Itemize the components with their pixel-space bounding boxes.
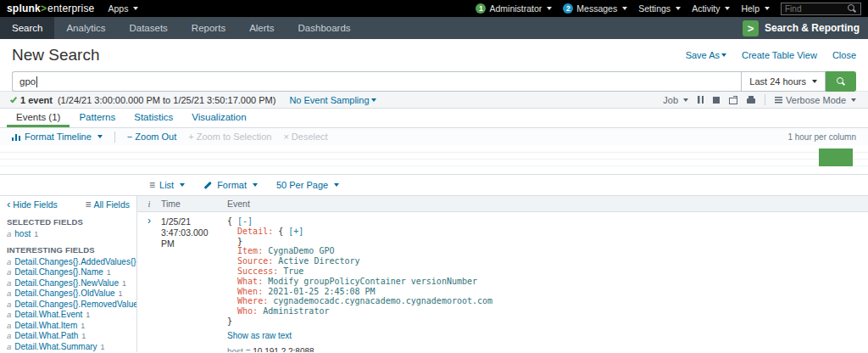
field-type: a: [7, 310, 11, 319]
field-item[interactable]: aDetail.Changes{}.OldValue1: [0, 289, 136, 300]
app-tab-datasets[interactable]: Datasets: [117, 17, 179, 39]
field-name[interactable]: Detail.Changes{}.Name: [14, 267, 103, 277]
search-query-input[interactable]: gpo: [12, 71, 741, 92]
close-button[interactable]: Close: [832, 50, 856, 60]
settings-menu[interactable]: Settings: [638, 3, 681, 14]
event-json: { [-] Detail: { [+] } Item: CygnaDemo GP…: [227, 216, 868, 327]
app-brand[interactable]: > Search & Reporting: [743, 17, 868, 39]
search-button[interactable]: [826, 71, 856, 92]
field-name[interactable]: Detail.Changes{}.NewValue: [14, 278, 119, 288]
format-menu[interactable]: Format: [203, 180, 258, 190]
zoom-out-button[interactable]: − Zoom Out: [127, 132, 176, 142]
app-tab-reports[interactable]: Reports: [180, 17, 237, 39]
result-tab-visualization[interactable]: Visualization: [182, 109, 255, 127]
json-expand-toggle[interactable]: [+]: [288, 227, 303, 236]
field-name[interactable]: Detail.What.Event: [14, 310, 82, 319]
activity-menu[interactable]: Activity: [692, 3, 730, 14]
logo-enterprise-text: enterprise: [47, 3, 94, 14]
field-type: a: [7, 257, 11, 266]
find-box[interactable]: [781, 3, 861, 15]
field-item[interactable]: aDetail.Changes{}.NewValue1: [0, 278, 136, 289]
field-name[interactable]: Detail.What.Path: [14, 331, 78, 340]
caret-down-icon: [253, 183, 258, 187]
json-line: }: [227, 317, 868, 327]
field-count: 1: [119, 289, 123, 298]
json-punct: [227, 256, 237, 266]
selected-fields-list: ahost1: [0, 229, 136, 240]
field-item[interactable]: aDetail.What.Event1: [0, 310, 136, 321]
field-name[interactable]: Detail.What.Item: [14, 321, 77, 330]
top-bar: splunk > enterprise Apps 1 Administrator…: [0, 0, 868, 17]
job-menu[interactable]: Job: [663, 95, 688, 105]
create-table-view-button[interactable]: Create Table View: [742, 50, 817, 60]
result-tab-patterns[interactable]: Patterns: [70, 109, 125, 127]
field-type: a: [7, 321, 11, 330]
field-name[interactable]: Detail.What.Summary: [14, 342, 97, 351]
json-value: Modify groupPolicyContainer versionNumbe…: [268, 277, 477, 286]
pause-job-button[interactable]: [698, 96, 704, 104]
user-menu[interactable]: 1 Administrator: [476, 3, 552, 14]
field-name[interactable]: Detail.Changes{}.AddedValues{}: [14, 257, 136, 266]
field-type: a: [7, 267, 11, 277]
field-item[interactable]: aDetail.Changes{}.Name1: [0, 267, 136, 278]
field-item[interactable]: aDetail.What.Summary1: [0, 342, 136, 353]
field-count: 1: [122, 279, 126, 288]
find-input[interactable]: [785, 4, 844, 14]
search-time-span: (1/24/21 3:00:00.000 PM to 1/25/21 3:50:…: [58, 95, 275, 105]
app-tab-search[interactable]: Search: [0, 17, 54, 39]
field-item[interactable]: aDetail.What.Item1: [0, 321, 136, 332]
field-count: 1: [81, 322, 85, 330]
help-menu[interactable]: Help: [741, 3, 770, 14]
job-success-check-icon: [10, 95, 17, 103]
timeline-bar[interactable]: [819, 148, 853, 166]
app-tab-analytics[interactable]: Analytics: [54, 17, 117, 39]
splunk-logo[interactable]: splunk > enterprise: [7, 3, 94, 14]
pause-icon: [698, 96, 704, 104]
json-key: Who:: [237, 306, 258, 316]
save-as-button[interactable]: Save As: [686, 50, 726, 60]
job-controls: Job Verbose Mode: [663, 94, 856, 105]
result-tab-events-1[interactable]: Events (1): [7, 109, 70, 127]
messages-menu[interactable]: 2 Messages: [563, 3, 627, 14]
field-name[interactable]: Detail.Changes{}.RemovedValues{}: [14, 300, 136, 309]
time-range-picker[interactable]: Last 24 hours: [741, 71, 826, 92]
app-tab-dashboards[interactable]: Dashboards: [287, 17, 363, 39]
field-item[interactable]: ahost1: [0, 229, 136, 240]
zoom-to-selection-button[interactable]: + Zoom to Selection: [188, 132, 271, 142]
apps-menu[interactable]: Apps: [108, 3, 138, 14]
app-tab-alerts[interactable]: Alerts: [237, 17, 286, 39]
json-expand-toggle[interactable]: [-]: [237, 216, 253, 226]
format-timeline-menu[interactable]: Format Timeline: [12, 132, 103, 142]
field-item[interactable]: aDetail.Changes{}.RemovedValues{}1: [0, 300, 136, 311]
splunk-search-page: splunk > enterprise Apps 1 Administrator…: [0, 0, 868, 353]
stop-job-button[interactable]: [713, 97, 720, 104]
host-field-value[interactable]: 10.191.2.2:8088: [253, 347, 314, 352]
deselect-button[interactable]: × Deselect: [283, 132, 327, 142]
json-line: Detail: { [+]: [227, 227, 868, 237]
app-name: Search & Reporting: [765, 22, 860, 34]
all-fields-button[interactable]: All Fields: [85, 199, 130, 210]
print-button[interactable]: [747, 96, 755, 104]
app-logo-glyph: >: [748, 22, 754, 35]
search-mode-menu[interactable]: Verbose Mode: [775, 95, 856, 105]
share-job-button[interactable]: [729, 96, 737, 104]
timeline-chart[interactable]: [0, 145, 868, 175]
pencil-icon: [203, 181, 213, 190]
expand-event-chevron-icon[interactable]: [137, 216, 161, 352]
field-item[interactable]: aDetail.What.Path1: [0, 331, 136, 342]
json-line: Where: cygnademocadc.cygnacademo.cygnade…: [227, 296, 868, 306]
hide-fields-button[interactable]: Hide Fields: [7, 199, 58, 210]
field-count: 1: [86, 311, 90, 319]
field-name[interactable]: host: [14, 229, 31, 238]
json-value: Administrator: [263, 306, 329, 316]
json-line: Source: Active Directory: [227, 256, 868, 266]
field-item[interactable]: aDetail.Changes{}.AddedValues{}1: [0, 257, 136, 268]
event-sampling-menu[interactable]: No Event Sampling: [289, 95, 376, 105]
timeline-controls: Format Timeline − Zoom Out + Zoom to Sel…: [0, 128, 868, 145]
result-tab-statistics[interactable]: Statistics: [125, 109, 182, 127]
field-name[interactable]: Detail.Changes{}.OldValue: [14, 289, 114, 298]
list-view-menu[interactable]: List: [149, 180, 185, 190]
per-page-menu[interactable]: 50 Per Page: [276, 180, 339, 190]
search-mode-icon: [775, 97, 782, 104]
show-raw-text-link[interactable]: Show as raw text: [227, 331, 292, 340]
